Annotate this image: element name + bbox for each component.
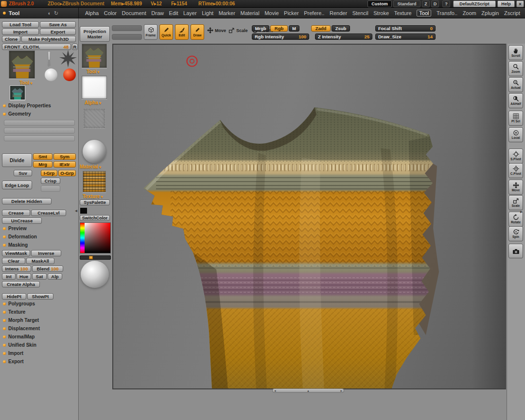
clone-button[interactable]: Clone — [2, 36, 20, 42]
clear-button[interactable]: Clear — [2, 258, 25, 264]
help-question-button[interactable]: ? — [442, 0, 450, 7]
alp-button[interactable]: Alp — [48, 273, 62, 280]
section-deformation[interactable]: Deformation — [3, 234, 37, 239]
sym-button[interactable]: Sym — [53, 153, 76, 160]
menu-zscript[interactable]: Zscript — [504, 10, 520, 16]
sphere-red-tool-thumbnail[interactable] — [63, 68, 76, 81]
shelf-material-sphere[interactable] — [83, 140, 106, 163]
m-button[interactable]: M — [289, 25, 299, 32]
section-morph-target[interactable]: Morph Target — [3, 318, 39, 323]
section-export[interactable]: Export — [3, 359, 24, 364]
shelf-texture-thumbnail[interactable] — [83, 171, 106, 192]
current-color-swatch[interactable] — [80, 207, 88, 214]
edge-loop-button[interactable]: Edge Loop — [2, 181, 32, 189]
suv-button[interactable]: Suv — [14, 170, 32, 176]
menu-transform[interactable]: Transfo.. — [437, 10, 457, 16]
color-picker[interactable] — [80, 222, 111, 253]
section-preview[interactable]: Preview — [3, 226, 27, 231]
menu-zoom[interactable]: Zoom — [463, 10, 476, 16]
menu-edit[interactable]: Edit — [169, 10, 178, 16]
section-polygroups[interactable]: Polygroups — [3, 301, 35, 306]
active-tool-slider[interactable]: FRONT_CLOTH.48 — [2, 44, 71, 50]
r-button[interactable]: R — [72, 44, 78, 50]
draw-button[interactable]: Draw — [191, 24, 204, 40]
focal-shift-slider[interactable]: Focal Shift0 — [375, 25, 436, 32]
edit-button[interactable]: Edit — [175, 24, 189, 40]
shelf-tool-dropdown[interactable]: Tool — [87, 69, 100, 74]
menu-stencil[interactable]: Stencil — [352, 10, 368, 16]
crease-lvl-button[interactable]: CreaseLvl — [31, 210, 66, 216]
local-button[interactable]: Local — [508, 127, 523, 142]
canvas[interactable] — [112, 44, 506, 389]
spivot-button[interactable]: S.Pivot — [508, 149, 523, 164]
menu-document[interactable]: Document — [122, 10, 146, 16]
scroll-left-icon[interactable]: ◂ — [274, 389, 276, 392]
panel-collapse-arrow[interactable]: ◂ — [75, 208, 77, 213]
section-masking[interactable]: Masking — [3, 242, 28, 248]
refresh-icon[interactable]: ↻ — [54, 10, 58, 17]
section-unified-skin[interactable]: Unified Skin — [3, 342, 36, 348]
viewmask-button[interactable]: ViewMask — [2, 250, 30, 256]
brush3d-tool-thumbnail[interactable] — [43, 51, 55, 67]
tray-move-button[interactable]: Move — [508, 180, 523, 195]
star-tool-thumbnail[interactable] — [59, 50, 77, 67]
menu-alpha[interactable]: Alpha — [85, 10, 99, 16]
scroll-grip-icon[interactable]: ▴ — [307, 389, 309, 392]
section-texture[interactable]: Texture — [3, 309, 25, 315]
draw-size-slider[interactable]: Draw_Size14 — [375, 34, 436, 40]
d-button[interactable]: D — [431, 0, 439, 7]
menu-picker[interactable]: Picker — [284, 10, 299, 16]
zoom-button[interactable]: Zoom — [508, 61, 523, 76]
section-import[interactable]: Import — [3, 351, 23, 356]
scroll-right-icon[interactable]: ▸ — [340, 389, 342, 392]
crease-button[interactable]: Crease — [2, 210, 30, 216]
mrg-button[interactable]: Mrg — [33, 161, 52, 168]
tool-palette-header[interactable]: Tool ◐ ↻ — [0, 8, 79, 18]
menu-stroke[interactable]: Stroke — [373, 10, 389, 16]
z-intensity-slider[interactable]: Z Intensity25 — [315, 34, 372, 40]
menu-texture[interactable]: Texture — [394, 10, 412, 16]
ptsel-button[interactable]: Pt Sel — [508, 111, 523, 126]
menu-movie[interactable]: Movie — [264, 10, 279, 16]
iextr-button[interactable]: IExtr — [53, 161, 76, 168]
hue-button[interactable]: Hue — [17, 273, 31, 280]
snapshot-button[interactable] — [508, 244, 523, 258]
shelf-alpha-thumbnail[interactable] — [82, 76, 107, 99]
make-polymesh3d-button[interactable]: Make PolyMesh3D — [21, 36, 76, 42]
zsub-button[interactable]: Zsub — [332, 25, 350, 32]
color-slider[interactable] — [80, 255, 111, 260]
rgb-button[interactable]: Rgb — [270, 25, 288, 32]
quick-button[interactable]: Quick — [159, 24, 173, 40]
delete-hidden-button[interactable]: Delete Hidden — [2, 198, 52, 204]
blend-slider[interactable]: Blend100 — [32, 266, 63, 272]
section-normalmap[interactable]: NormalMap — [3, 334, 35, 339]
zadd-button[interactable]: Zadd — [311, 25, 331, 32]
shelf-alpha-dropdown[interactable]: Alpha — [85, 100, 101, 105]
spin-button[interactable]: Spin — [508, 226, 523, 241]
projection-master-button[interactable]: ProjectionMaster — [80, 26, 110, 42]
aahalf-button[interactable]: AAHalf — [508, 93, 523, 108]
uncrease-button[interactable]: UnCrease — [2, 218, 42, 224]
create-alpha-button[interactable]: Create Alpha — [2, 281, 40, 287]
section-geometry[interactable]: Geometry — [3, 111, 31, 117]
shelf-texture-dropdown[interactable]: Texture — [83, 194, 103, 199]
z-button[interactable]: Z — [422, 0, 430, 7]
menu-draw[interactable]: Draw — [151, 10, 164, 16]
scroll-button[interactable]: Scroll — [508, 45, 523, 60]
menu-tool[interactable]: Tool — [417, 10, 431, 17]
tray-scale-button[interactable]: Scale — [508, 195, 523, 210]
menu-material[interactable]: Material — [240, 10, 259, 16]
int-button[interactable]: Int — [2, 273, 16, 280]
section-display-properties[interactable]: Display Properties — [3, 103, 51, 108]
scale-button[interactable]: Scale — [228, 27, 248, 34]
current-tool-thumbnail[interactable] — [9, 50, 35, 79]
menu-render[interactable]: Render — [330, 10, 347, 16]
menu-marker[interactable]: Marker — [219, 10, 235, 16]
load-tool-button[interactable]: Load Tool — [2, 21, 39, 28]
shelf-tool-thumbnail[interactable] — [82, 44, 107, 68]
canvas-scrollbar[interactable]: ◂ ▴ ▸ — [272, 388, 344, 393]
sv-square[interactable] — [85, 223, 110, 253]
inverse-button[interactable]: Inverse — [31, 250, 61, 256]
showpt-button[interactable]: ShowPt — [27, 293, 53, 300]
smt-button[interactable]: Smt — [33, 153, 52, 160]
